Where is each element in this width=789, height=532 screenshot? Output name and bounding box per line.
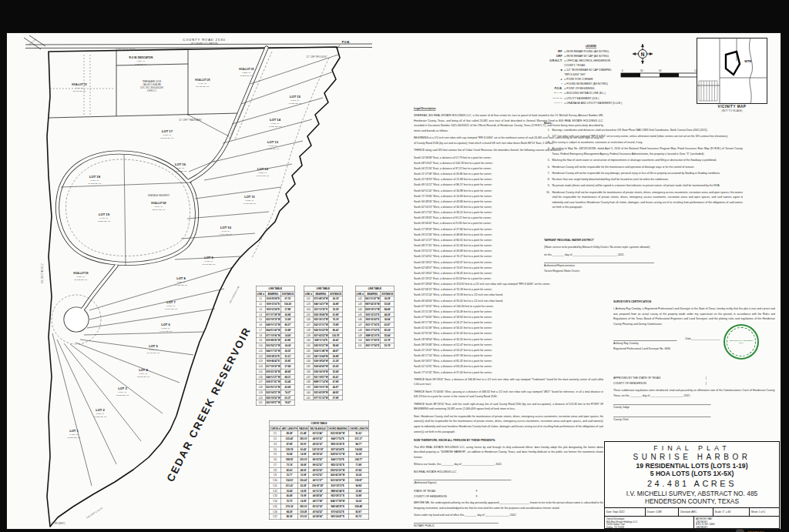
metes-bounds-course: South 11°27'08" West, a distance of 26.8… bbox=[414, 172, 603, 177]
table-row: L24S21°12'52"E35.38' bbox=[304, 306, 342, 312]
metes-bounds-course: South 47°56'05" West, a distance of 18.9… bbox=[414, 315, 603, 320]
state-of-texas: STATE OF TEXAS bbox=[414, 488, 435, 494]
metes-bounds-course: South 22°18'19" West, a distance of 12.6… bbox=[414, 177, 603, 182]
table-row: L26S53°36'12"W76.18' bbox=[304, 317, 342, 323]
table-row: L6S49°10'12"W86.57' bbox=[256, 323, 294, 328]
cert-title: SURVEYOR'S CERTIFICATION bbox=[613, 299, 775, 305]
metes-bounds-course: South 09°28'32" East, a distance of 91.2… bbox=[414, 216, 603, 221]
metes-bounds-course: South 40°18'02" West, a distance of 58.4… bbox=[414, 270, 603, 276]
table-row: L14S17°39'32"W27.84' bbox=[256, 364, 294, 370]
lot-label: LOT 4 bbox=[139, 368, 148, 372]
table-row: C6188.55'125.00'86°02'52"S44°17'52"E168.… bbox=[269, 457, 369, 463]
road-network bbox=[58, 48, 267, 330]
table-row: L7S64°51'42"W30.88' bbox=[256, 327, 294, 333]
table-header: DISTANCE bbox=[329, 291, 343, 296]
surveyor-info-line: ANTHONY RAY CROWLEY bbox=[696, 517, 716, 524]
lot-area-sqft: 46,034 SQ. FT. bbox=[165, 308, 178, 310]
lot-label: LOT 3 bbox=[118, 386, 127, 390]
table-row: C2235.42'185.00'44°00'32"S44°17'52"E231.… bbox=[269, 437, 369, 442]
table-header: DISTANCE bbox=[381, 291, 394, 296]
table-row: L18S23°52'12"W43.68' bbox=[256, 385, 294, 390]
table-header: CHORD LENGTH bbox=[348, 426, 369, 431]
table-header: BEARING bbox=[265, 291, 281, 296]
title-block: FINAL PLAT SUNRISE HARBOR 19 RESIDENTIAL… bbox=[604, 441, 780, 529]
svg-text:CALLED 1.00 ACRE: CALLED 1.00 ACRE bbox=[143, 83, 161, 86]
legend-block: LEGEND IRF= IRON REBAR FOUND (AS NOTED)C… bbox=[540, 44, 642, 115]
svg-text:O.R.H.C.T.: O.R.H.C.T. bbox=[147, 89, 157, 92]
metes-bounds-course: South 08°53'02" East, a distance of 104.… bbox=[414, 160, 603, 166]
bearing-tag: N 88°52'30" E 297.86' bbox=[116, 49, 136, 52]
metes-bounds-course: South 71°19'06" West, a distance of 14.6… bbox=[414, 193, 603, 199]
table-title: LINE TABLE bbox=[256, 286, 294, 291]
table-row: L22S73°48'18"W26.18' bbox=[304, 296, 342, 302]
metes-bounds-course: South 08°27'41" West, a distance of 52.4… bbox=[414, 243, 603, 249]
table-row: L48N01°17'52"E82.24' bbox=[355, 327, 394, 333]
table-row: L49N88°52'30"E55.84' bbox=[355, 333, 394, 338]
table-row: L29S07°43'52"W126.78' bbox=[304, 333, 342, 338]
lot-label: LOT 17 bbox=[162, 129, 173, 133]
table-row: C387.88'95.00'49°22'32"N55°32'26"E84.77' bbox=[269, 441, 369, 447]
bearing-tag: 1/2" CIRF "RPLS 6494" bbox=[306, 55, 327, 59]
table-header: ARC LENGTH bbox=[281, 426, 298, 431]
table-row: L46N02°52'42"E36.84' bbox=[355, 317, 394, 323]
dedication-company: BIG REAL ESTATE HOLDINGS LLC bbox=[414, 470, 603, 475]
table-row: L15S29°22'34"W48.84' bbox=[256, 369, 294, 374]
metes-bounds-course: South 41°41'49" West, a distance of 56.0… bbox=[414, 326, 603, 331]
table-row: L4S71°07'08"W26.84' bbox=[256, 312, 294, 317]
table-row: L28S26°53'22"W86.42' bbox=[304, 327, 342, 333]
table-row: L16S44°12'27"W84.31' bbox=[256, 374, 294, 380]
svg-text:DOC. NO. 2004-0001269: DOC. NO. 2004-0001269 bbox=[140, 86, 163, 89]
lot-label: LOT 13 bbox=[267, 140, 279, 144]
metes-bounds-course: South 09°46'42" East, a distance of 25.8… bbox=[414, 221, 603, 226]
approval-line2: COUNTY OF HENDERSON bbox=[613, 380, 646, 386]
approval-block: APPROVED BY THE STATE OF TEXAS} COUNTY O… bbox=[613, 375, 775, 440]
crowley-surveying-logo: CROWLEYSURVEYING bbox=[735, 517, 777, 532]
legal-title: Legal Description bbox=[414, 106, 603, 112]
county-road-sublabel: (BY USE AND OCCUPATION) bbox=[191, 42, 218, 45]
table-row: L51N01°17'56"E53.78' bbox=[355, 343, 394, 349]
lot-label: LOT 19 bbox=[99, 212, 110, 216]
metes-bounds-course: South 23°21'24" West, a distance of 73.5… bbox=[414, 293, 603, 298]
table-row: L12S09°28'32"E91.21' bbox=[256, 353, 294, 359]
table-row: L37S21°18'57"W43.41' bbox=[304, 374, 342, 380]
table-row: L27S22°21'31"W73.88' bbox=[304, 323, 342, 328]
title-county-state: HENDERSON COUNTY, TEXAS bbox=[605, 497, 779, 505]
metes-bounds-course: South 56°18'52" West, a distance of 63.3… bbox=[414, 259, 603, 265]
table-header: LINE # bbox=[256, 291, 265, 296]
table-row: L8S71°19'06"W14.69' bbox=[256, 333, 294, 338]
table-title: LINE TABLE bbox=[355, 286, 394, 291]
table-row: L30S28°11'14"E43.42' bbox=[304, 338, 342, 343]
lot-area-sqft: 44,094 SQ. FT. bbox=[159, 330, 173, 333]
table-row: L42N61°21'47"W36.58' bbox=[355, 296, 394, 302]
lot-label: R.O.W. DEDICATION bbox=[129, 56, 153, 59]
table-row: L25S36°38'49"W61.88' bbox=[304, 312, 342, 317]
table-row: C1216.84'14.08'66°12'34"N88°43'44"E12.84… bbox=[269, 488, 369, 494]
lot-label: HOA-LOT 1X bbox=[72, 83, 87, 86]
cert-date-label: Date bbox=[686, 336, 691, 340]
metes-bounds-course: South 10°58'08" East, a distance of 57.7… bbox=[414, 155, 603, 160]
lot-label: LOT 8 bbox=[176, 276, 186, 280]
table-row: L3S02°03'24"E27.88' bbox=[256, 306, 294, 312]
table-row: L23S46°14'37"W36.88' bbox=[304, 302, 342, 307]
lot-area-sqft: 42,878 SQ. FT. bbox=[116, 394, 129, 396]
meta-sheet: Sheet: 1 of 1 bbox=[750, 510, 767, 514]
lot-label: LOT 12 bbox=[257, 167, 269, 171]
owner-developer-info: Owner/Developer:BIG Real Estate Holdings… bbox=[606, 517, 692, 532]
table-title: LINE TABLE bbox=[304, 286, 342, 291]
metes-bounds-course: South 42°55'16" West, a distance of 31.0… bbox=[414, 331, 603, 336]
surveyor-firm-info: ANTHONY RAY CROWLEYR.P.L.S. NO. 6494CROW… bbox=[696, 517, 716, 532]
county-road-label: COUNTY ROAD 2530 bbox=[183, 38, 226, 42]
table-row: L2S09°33'02"E104.26' bbox=[256, 302, 294, 307]
lot-area-sqft: 52,104 SQ. FT. bbox=[153, 209, 166, 211]
legal-p1: WHEREAS, BIG REAL ESTATE HOLDINGS LLC, i… bbox=[414, 113, 603, 133]
lot-area-sqft: 42,779 SQ. FT. bbox=[267, 148, 280, 150]
county-judge-label: County Judge bbox=[613, 405, 775, 410]
table-row: C1788.38'115.00'42°28'54"N23°24'47"E83.7… bbox=[269, 514, 369, 520]
table-row: L21S62°08'57"W74.67' bbox=[256, 400, 294, 406]
metes-bounds-course: South 62°08'57" West, a distance of 74.6… bbox=[414, 265, 603, 270]
lot-area-sqft: 63,293 SQ. FT. bbox=[68, 437, 81, 439]
vicinity-map: SITE bbox=[697, 38, 767, 104]
legend-row: – – – –= DRAINAGE AND UTILITY EASEMENT (… bbox=[540, 100, 642, 105]
lot-area-sqft: 41,174 SQ. FT. bbox=[220, 233, 233, 236]
approval-line1: APPROVED BY THE STATE OF TEXAS bbox=[613, 375, 660, 380]
